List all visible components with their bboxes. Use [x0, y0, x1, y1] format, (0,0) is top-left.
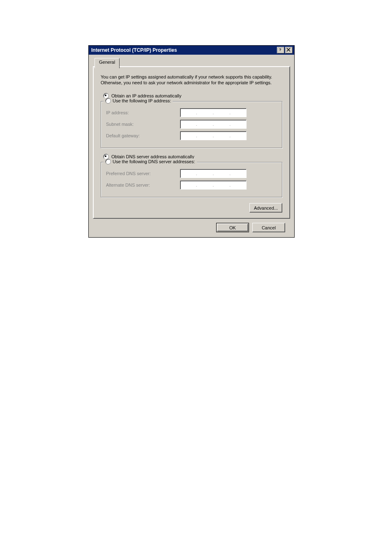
ok-button-frame: OK [216, 223, 249, 232]
radio-ip-manual-label: Use the following IP address: [113, 98, 171, 103]
tab-panel-general: You can get IP settings assigned automat… [93, 66, 290, 219]
field-preferred-dns: Preferred DNS server: . . . [106, 169, 277, 178]
radio-ip-manual[interactable] [105, 98, 111, 104]
input-subnet-mask[interactable]: . . . [180, 120, 247, 129]
input-ip-address[interactable]: . . . [180, 108, 247, 117]
help-button[interactable]: ? [277, 47, 284, 53]
group-dns-manual: Use the following DNS server addresses: … [101, 162, 282, 197]
field-default-gateway: Default gateway: . . . [106, 131, 277, 140]
window-controls: ? [276, 47, 293, 53]
close-icon [286, 48, 291, 52]
label-subnet-mask: Subnet mask: [106, 122, 180, 127]
window-title: Internet Protocol (TCP/IP) Properties [91, 47, 177, 53]
ok-button[interactable]: OK [217, 224, 248, 231]
radio-ip-manual-row[interactable]: Use the following IP address: [104, 98, 173, 104]
tabstrip: General [93, 58, 290, 67]
advanced-button[interactable]: Advanced... [249, 203, 282, 213]
input-preferred-dns[interactable]: . . . [180, 169, 247, 178]
field-subnet-mask: Subnet mask: . . . [106, 120, 277, 129]
titlebar: Internet Protocol (TCP/IP) Properties ? [89, 46, 294, 55]
input-default-gateway[interactable]: . . . [180, 131, 247, 140]
radio-dns-manual-row[interactable]: Use the following DNS server addresses: [104, 159, 197, 164]
svg-text:?: ? [279, 48, 281, 52]
dialog-buttons: OK Cancel [93, 219, 290, 232]
help-icon: ? [278, 48, 282, 52]
advanced-row: Advanced... [101, 203, 282, 213]
close-button[interactable] [285, 47, 293, 53]
cancel-button[interactable]: Cancel [252, 223, 285, 232]
field-alternate-dns: Alternate DNS server: . . . [106, 180, 277, 190]
dialog-body: General You can get IP settings assigned… [89, 55, 294, 237]
description-text: You can get IP settings assigned automat… [101, 74, 282, 86]
group-ip-manual: Use the following IP address: IP address… [101, 101, 282, 148]
label-default-gateway: Default gateway: [106, 133, 180, 138]
input-alternate-dns[interactable]: . . . [180, 180, 247, 190]
label-ip-address: IP address: [106, 110, 180, 115]
label-alternate-dns: Alternate DNS server: [106, 183, 180, 187]
radio-dns-manual[interactable] [105, 159, 111, 164]
tab-general[interactable]: General [95, 58, 120, 68]
radio-dns-manual-label: Use the following DNS server addresses: [113, 159, 195, 164]
dialog-window: Internet Protocol (TCP/IP) Properties ? … [88, 45, 295, 238]
label-preferred-dns: Preferred DNS server: [106, 171, 180, 176]
field-ip-address: IP address: . . . [106, 108, 277, 117]
